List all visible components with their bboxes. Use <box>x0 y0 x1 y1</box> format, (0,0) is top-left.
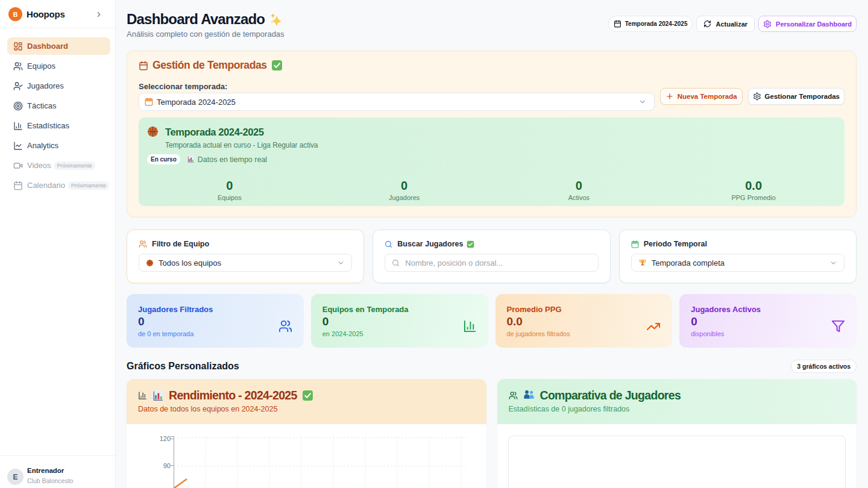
svg-text:90: 90 <box>163 462 171 469</box>
svg-text:120: 120 <box>160 435 171 442</box>
